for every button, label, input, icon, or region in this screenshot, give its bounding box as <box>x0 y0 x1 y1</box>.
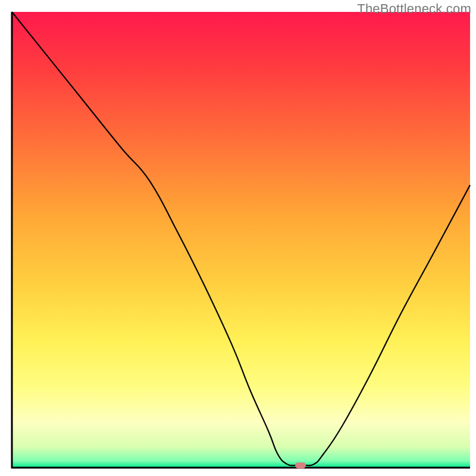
bottleneck-chart: TheBottleneck.com <box>0 0 476 476</box>
optimal-marker <box>295 462 306 468</box>
gradient-background <box>12 12 470 468</box>
watermark-text: TheBottleneck.com <box>357 1 471 17</box>
chart-svg <box>0 0 476 476</box>
